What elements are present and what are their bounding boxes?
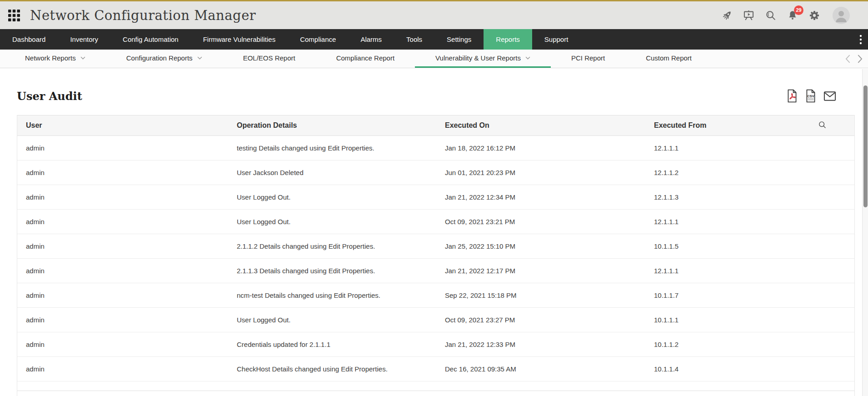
rocket-icon[interactable] [721, 9, 733, 21]
column-header-executed-on: Executed On [436, 115, 645, 136]
table-row: admin 2.1.1.2 Details changed using Edit… [17, 234, 854, 259]
export-actions: CSV [786, 89, 836, 103]
cell-executed-from: 12.1.1.1 [645, 259, 810, 283]
table-row: admin User Jackson Deleted Jun 01, 2021 … [17, 160, 854, 185]
nav-item[interactable]: Support [532, 29, 581, 50]
nav-item[interactable]: Tools [394, 29, 434, 50]
gear-icon[interactable] [808, 9, 820, 21]
cell-executed-on: Jan 21, 2022 12:34 PM [436, 185, 645, 210]
cell-executed-from: 12.1.1.2 [645, 160, 810, 185]
csv-export-icon[interactable]: CSV [805, 89, 817, 103]
subnav-tab[interactable]: Configuration Reports [106, 50, 223, 68]
subnav-tab[interactable]: Network Reports [5, 50, 106, 68]
nav-item-label: Inventory [70, 35, 98, 43]
nav-item[interactable]: Config Automation [110, 29, 191, 50]
cell-executed-from: 12.1.1.3 [645, 185, 810, 210]
page-header: User Audit CSV [17, 89, 836, 103]
cell-executed-on: Dec 16, 2021 09:35 AM [436, 357, 645, 381]
cell-executed-from: 12.1.1.1 [645, 210, 810, 234]
cell-user: admin [17, 357, 228, 381]
column-header-executed-from: Executed From [645, 115, 810, 136]
subnav-tab[interactable]: Vulnerability & User Reports [415, 50, 551, 68]
cell-executed-from: 10.1.1.1 [645, 308, 810, 332]
table-row: admin User Logged Out. Oct 09, 2021 23:2… [17, 308, 854, 332]
chevron-down-icon [197, 56, 202, 60]
table-header-row: User Operation Details Executed On Execu… [17, 115, 854, 136]
cell-operation-details: CheckHost Details changed using Edit Pro… [228, 357, 436, 381]
nav-item-label: Settings [447, 35, 471, 43]
kebab-menu-icon[interactable] [853, 29, 868, 50]
nav-item-label: Compliance [300, 35, 336, 43]
main-nav: Dashboard Inventory Config Automation Fi… [0, 29, 868, 50]
vertical-scrollbar-track[interactable] [862, 69, 868, 396]
table-search-icon[interactable] [818, 121, 826, 129]
nav-item-label: Dashboard [12, 35, 45, 43]
presentation-play-icon[interactable] [743, 9, 755, 21]
app-launcher-grid-icon[interactable] [8, 10, 20, 21]
nav-item-label: Firmware Vulnerabilities [203, 35, 276, 43]
cell-executed-on: Oct 09, 2021 23:27 PM [436, 308, 645, 332]
table-row: admin testing Details changed using Edit… [17, 136, 854, 160]
topbar-icons: 29 [721, 7, 850, 24]
bell-icon[interactable]: 29 [786, 9, 798, 21]
cell-executed-on: Jan 18, 2022 16:12 PM [436, 136, 645, 160]
table-row: admin User Logged Out. Oct 09, 2021 23:2… [17, 210, 854, 234]
table-row: admin CheckHost Details changed using Ed… [17, 357, 854, 381]
cell-operation-details: ncm-test Details changed using Edit Prop… [228, 283, 436, 308]
nav-item-label: Support [544, 35, 569, 43]
search-icon[interactable] [764, 9, 777, 21]
nav-item[interactable]: Dashboard [0, 29, 58, 50]
subnav-tab-label: EOL/EOS Report [243, 54, 295, 62]
cell-executed-from: 10.1.1.5 [645, 234, 810, 259]
cell-executed-from: 12.1.1.1 [645, 136, 810, 160]
nav-item[interactable]: Inventory [58, 29, 110, 50]
cell-user: admin [17, 234, 228, 259]
cell-executed-from: 10.1.1.7 [645, 283, 810, 308]
subnav-tab[interactable]: PCI Report [551, 50, 625, 68]
cell-operation-details: 2.1.1.3 Details changed using Edit Prope… [228, 259, 436, 283]
vertical-scrollbar-thumb[interactable] [863, 85, 868, 207]
subnav-tab[interactable]: Compliance Report [316, 50, 415, 68]
cell-user: admin [17, 210, 228, 234]
nav-item-label: Reports [496, 35, 520, 43]
table-row: admin 2.1.1.3 Details changed using Edit… [17, 259, 854, 283]
cell-operation-details: User Logged Out. [228, 185, 436, 210]
table-row: admin Credentials updated for 2.1.1.1 Ja… [17, 332, 854, 357]
nav-item-label: Alarms [360, 35, 382, 43]
subnav-tab-label: Compliance Report [336, 54, 394, 62]
cell-operation-details: User Jackson Deleted [228, 160, 436, 185]
column-header-operation-details: Operation Details [228, 115, 436, 136]
reports-subnav: Network Reports Configuration Reports EO [0, 50, 868, 68]
nav-item[interactable]: Compliance [288, 29, 348, 50]
table-row: admin User Logged Out. Jan 21, 2022 12:3… [17, 185, 854, 210]
avatar[interactable] [833, 7, 850, 24]
page-title: User Audit [17, 90, 82, 103]
pdf-export-icon[interactable] [786, 89, 798, 103]
nav-item[interactable]: Firmware Vulnerabilities [191, 29, 288, 50]
cell-executed-on: Sep 22, 2021 15:18 PM [436, 283, 645, 308]
email-report-icon[interactable] [823, 91, 836, 101]
nav-item-label: Tools [406, 35, 422, 43]
subnav-tab[interactable]: Custom Report [625, 50, 712, 68]
cell-user: admin [17, 136, 228, 160]
cell-executed-on: Jan 21, 2022 12:17 PM [436, 259, 645, 283]
column-header-user: User [17, 115, 228, 136]
chevron-down-icon [80, 56, 85, 60]
cell-operation-details: User Logged Out. [228, 308, 436, 332]
cell-user: admin [17, 308, 228, 332]
nav-item-label: Config Automation [123, 35, 179, 43]
chevron-right-icon[interactable] [858, 55, 863, 63]
cell-executed-on: Oct 09, 2021 23:21 PM [436, 210, 645, 234]
user-audit-table-container: User Operation Details Executed On Execu… [17, 115, 855, 396]
chevron-left-icon[interactable] [845, 55, 850, 63]
cell-user: admin [17, 160, 228, 185]
nav-item[interactable]: Reports [484, 29, 532, 50]
cell-operation-details: 2.1.1.2 Details changed using Edit Prope… [228, 234, 436, 259]
topbar: Network Configuration Manager [0, 0, 868, 29]
nav-item[interactable]: Settings [434, 29, 484, 50]
chevron-down-icon [525, 56, 530, 60]
subnav-tab[interactable]: EOL/EOS Report [223, 50, 316, 68]
nav-item[interactable]: Alarms [348, 29, 394, 50]
cell-operation-details: Credentials updated for 2.1.1.1 [228, 332, 436, 357]
next-row-divider [17, 391, 854, 391]
